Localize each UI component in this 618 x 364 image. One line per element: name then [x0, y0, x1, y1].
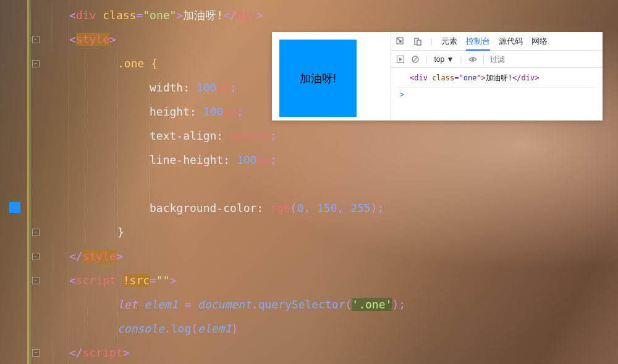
fn-log: log: [171, 322, 192, 335]
inspect-icon[interactable]: [396, 37, 405, 46]
console-output[interactable]: <div class="one">加油呀!</div> >: [391, 68, 603, 121]
css-prop-bgcolor: background-color:: [150, 201, 270, 214]
tab-elements[interactable]: 元素: [441, 36, 457, 47]
angle-open: <: [69, 9, 76, 22]
fold-marker[interactable]: −: [32, 36, 40, 43]
page-preview: 加油呀!: [272, 32, 391, 121]
svg-line-5: [413, 57, 418, 61]
filter-input[interactable]: [483, 54, 598, 65]
tab-sources[interactable]: 源代码: [499, 36, 523, 47]
class-value: one: [150, 9, 170, 22]
css-close-brace: }: [117, 226, 124, 239]
code-line[interactable]: − <script !src="">: [0, 268, 618, 292]
code-line[interactable]: line-height: 100px;: [0, 148, 618, 172]
tag-style-open: style: [76, 33, 109, 46]
qs-argument: '.one': [352, 298, 392, 311]
tab-console[interactable]: 控制台: [466, 36, 490, 51]
clear-icon[interactable]: [411, 55, 420, 64]
css-selector: .one {: [117, 57, 158, 70]
obj-console: console: [117, 322, 164, 335]
device-icon[interactable]: [413, 37, 422, 46]
devtools-panel: 加油呀! | 元素 控制台 源代码 网络 | top ▼ | <div clas…: [272, 32, 603, 121]
obj-document: document: [198, 298, 252, 311]
tag-div: div: [76, 9, 96, 22]
tag-script-close: script: [83, 346, 123, 359]
code-line[interactable]: <div class="one">加油呀!</div>: [0, 3, 618, 27]
fold-marker[interactable]: −: [32, 229, 40, 236]
tag-style-close: style: [83, 250, 116, 263]
context-selector[interactable]: top ▼: [434, 55, 454, 64]
fold-marker[interactable]: −: [32, 60, 40, 67]
code-line[interactable]: − </script>: [0, 341, 618, 364]
fold-marker[interactable]: −: [32, 277, 40, 284]
fold-marker[interactable]: −: [32, 253, 40, 260]
css-prop-textalign: text-align:: [150, 129, 230, 142]
fn-queryselector: querySelector: [258, 298, 345, 311]
code-line-blank[interactable]: [0, 172, 618, 196]
eye-icon[interactable]: [468, 55, 477, 64]
svg-rect-2: [417, 40, 421, 45]
rendered-text: 加油呀!: [300, 71, 336, 86]
code-line[interactable]: console.log(elem1): [0, 316, 618, 341]
tag-script-open: script: [76, 274, 116, 287]
css-prop-lineheight: line-height:: [150, 153, 237, 166]
var-elem1: elem1: [144, 298, 177, 311]
css-prop-height: height:: [150, 105, 203, 118]
attr-class: class: [103, 9, 136, 22]
svg-point-6: [472, 58, 474, 61]
code-line[interactable]: text-align: center;: [0, 124, 618, 148]
rendered-div-one: 加油呀!: [279, 40, 357, 117]
attr-src: !src: [123, 274, 150, 287]
console-prompt[interactable]: >: [397, 88, 596, 99]
tab-network[interactable]: 网络: [531, 36, 548, 47]
fold-marker[interactable]: −: [32, 349, 40, 357]
code-line[interactable]: let elem1 = document.querySelector('.one…: [0, 292, 618, 316]
console-toolbar: | top ▼ |: [391, 51, 603, 68]
code-line[interactable]: background-color: rgb(0, 150, 255);: [0, 196, 618, 220]
keyword-let: let: [117, 298, 138, 311]
css-prop-width: width:: [150, 81, 197, 94]
div-inner-text: 加油呀!: [183, 9, 223, 22]
console-log-entry[interactable]: <div class="one">加油呀!</div>: [397, 72, 596, 88]
devtools-tabs: | 元素 控制台 源代码 网络: [391, 32, 603, 51]
play-icon[interactable]: [396, 55, 405, 64]
code-line[interactable]: − </style>: [0, 244, 618, 268]
code-line[interactable]: − }: [0, 220, 618, 244]
